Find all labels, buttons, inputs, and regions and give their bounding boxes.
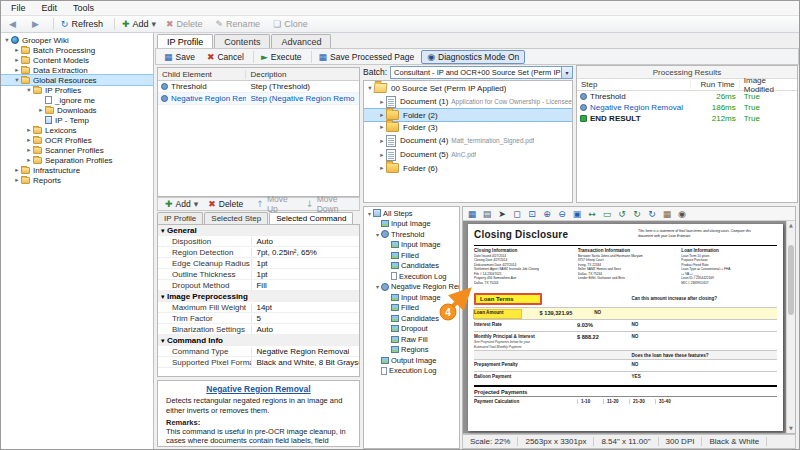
expander-icon[interactable] [378, 137, 386, 145]
batch-selector[interactable]: Consultant - IP and OCR+00 Source Set (P… [390, 66, 573, 79]
editor-tab[interactable]: IP Profile [157, 34, 213, 48]
expander-icon[interactable] [13, 66, 21, 74]
save-view-button[interactable]: ▦ [465, 208, 479, 220]
tree-node[interactable]: OCR Profiles [1, 135, 153, 145]
column-header-description[interactable]: Decription [246, 70, 286, 79]
property-value[interactable]: 1pt [252, 259, 267, 268]
step-tree-item[interactable]: Filled [364, 303, 459, 314]
property-row[interactable]: Disposition Auto [158, 236, 359, 247]
tree-node[interactable]: Downloads [1, 105, 153, 115]
expander-icon[interactable] [25, 146, 33, 154]
expander-icon[interactable] [378, 164, 386, 172]
tree-node[interactable]: _ignore me [1, 95, 153, 105]
step-tree-item[interactable]: Input Image [364, 292, 459, 303]
child-element-row[interactable]: Negative Region Removal Step (Negative R… [158, 93, 359, 105]
expander-icon[interactable] [25, 86, 33, 94]
property-row[interactable]: Supported Pixel Formats Black and White,… [158, 357, 359, 368]
zoom-actual-button[interactable]: ▣ [570, 208, 584, 220]
expander-icon[interactable] [378, 123, 386, 131]
property-row[interactable]: Command Type Negative Region Removal [158, 346, 359, 357]
batch-tree-item[interactable]: 00 Source Set (Perm IP Applied) [364, 82, 572, 95]
step-tree-item[interactable]: Filled [364, 250, 459, 261]
pointer-button[interactable]: ➤ [495, 208, 509, 220]
cancel-button[interactable]: ✖ Cancel [202, 51, 249, 63]
property-value[interactable]: 14pt [252, 303, 272, 312]
step-tree-item[interactable]: Input Image [364, 219, 459, 230]
expander-icon[interactable] [13, 166, 21, 174]
add-button[interactable]: ✚ Add ▾ [114, 18, 161, 30]
marquee-button[interactable]: ◻ [510, 208, 524, 220]
step-tree-item[interactable]: Candidates [364, 261, 459, 272]
property-value[interactable]: 7pt, 0.25in², 65% [252, 248, 316, 257]
batch-tree-item[interactable]: Folder (2) [364, 109, 572, 122]
viewer-settings-button[interactable]: ◉ [675, 208, 689, 220]
property-value[interactable]: Fill [252, 281, 266, 290]
scrollbar-thumb[interactable] [788, 245, 794, 315]
step-tree-item[interactable]: Raw Fill [364, 334, 459, 345]
expander-icon[interactable] [13, 46, 21, 54]
scroll-down-icon[interactable]: ▼ [787, 424, 795, 433]
property-tab[interactable]: IP Profile [157, 212, 203, 224]
print-button[interactable]: ▤ [480, 208, 494, 220]
delete-button[interactable]: ✖ Delete [161, 18, 211, 30]
save-button[interactable]: ▦ Save [159, 51, 200, 63]
menu-item[interactable]: File [3, 2, 34, 14]
step-tree-item[interactable]: Output Image [364, 355, 459, 366]
add-step-button[interactable]: ✚ Add ▾ [161, 199, 202, 209]
column-header-step[interactable]: Step [577, 80, 691, 89]
expander-icon[interactable] [13, 56, 21, 64]
tree-node[interactable]: IP - Temp [1, 115, 153, 125]
diagnostics-mode-button[interactable]: ◉ Diagnostics Mode On [421, 50, 525, 64]
result-row[interactable]: Negative Region Removal 186ms True [577, 102, 797, 113]
property-value[interactable]: Negative Region Removal [252, 347, 349, 356]
rotate-right-button[interactable]: ↻ [630, 208, 644, 220]
viewer-scrollbar[interactable]: ▲ ▼ [786, 221, 795, 433]
expander-icon[interactable] [374, 231, 381, 238]
refresh-view-button[interactable]: ↻ [645, 208, 659, 220]
editor-tab[interactable]: Contents [214, 34, 270, 48]
property-row[interactable]: Region Detection 7pt, 0.25in², 65% [158, 247, 359, 258]
step-tree-item[interactable]: Candidates [364, 313, 459, 324]
child-element-row[interactable]: Threshold Step (Threshold) [158, 81, 359, 93]
clone-button[interactable]: ❏ Clone [268, 18, 316, 30]
tree-node[interactable]: Scanner Profiles [1, 145, 153, 155]
fit-page-button[interactable]: ▭ [600, 208, 614, 220]
scroll-up-icon[interactable]: ▲ [787, 221, 795, 230]
tree-node[interactable]: Global Resources [1, 75, 153, 85]
expander-icon[interactable] [25, 136, 33, 144]
property-row[interactable]: Command Info [158, 335, 359, 346]
property-row[interactable]: Image Preprocessing [158, 291, 359, 302]
tree-node[interactable]: Grooper Wiki [1, 35, 153, 45]
help-title-link[interactable]: Negative Region Removal [166, 384, 351, 394]
tree-node[interactable]: Data Extraction [1, 65, 153, 75]
property-row[interactable]: Trim Factor 5 [158, 313, 359, 324]
step-tree-item[interactable]: All Steps [364, 208, 459, 219]
property-tab[interactable]: Selected Step [204, 212, 268, 224]
property-value[interactable]: 1pt [252, 270, 267, 279]
step-tree-item[interactable]: Execution Log [364, 271, 459, 282]
delete-step-button[interactable]: ✖ Delete [204, 199, 250, 209]
tree-node[interactable]: Reports [1, 175, 153, 185]
column-header-run-time[interactable]: Run Time [691, 80, 739, 89]
rotate-left-button[interactable]: ↺ [615, 208, 629, 220]
expander-icon[interactable] [37, 106, 45, 114]
fit-width-button[interactable]: ↔ [585, 208, 599, 220]
expander-icon[interactable] [13, 76, 21, 84]
tree-node[interactable]: Content Models [1, 55, 153, 65]
property-row[interactable]: General [158, 225, 359, 236]
menu-item[interactable]: Edit [34, 2, 66, 14]
property-value[interactable]: Black and White, 8 Bit Grayscale, 2 [252, 358, 359, 367]
property-tab[interactable]: Selected Command [269, 212, 353, 224]
step-tree-item[interactable]: Execution Log [364, 366, 459, 377]
batch-tree-item[interactable]: Document (4) Matt_termination_Signed.pdf [364, 134, 572, 148]
refresh-button[interactable]: ↻ Refresh [53, 18, 111, 30]
thumbnails-button[interactable]: ▦ [660, 208, 674, 220]
column-header-image-modified[interactable]: Image Modified [740, 76, 797, 94]
combo-dropdown-icon[interactable]: ▾ [561, 67, 572, 78]
zoom-region-button[interactable]: ⊡ [525, 208, 539, 220]
step-tree-item[interactable]: Regions [364, 345, 459, 356]
result-row[interactable]: END RESULT 212ms True [577, 113, 797, 124]
tree-node[interactable]: Lexicons [1, 125, 153, 135]
result-row[interactable]: Threshold 26ms True [577, 91, 797, 102]
property-row[interactable]: Outline Thickness 1pt [158, 269, 359, 280]
